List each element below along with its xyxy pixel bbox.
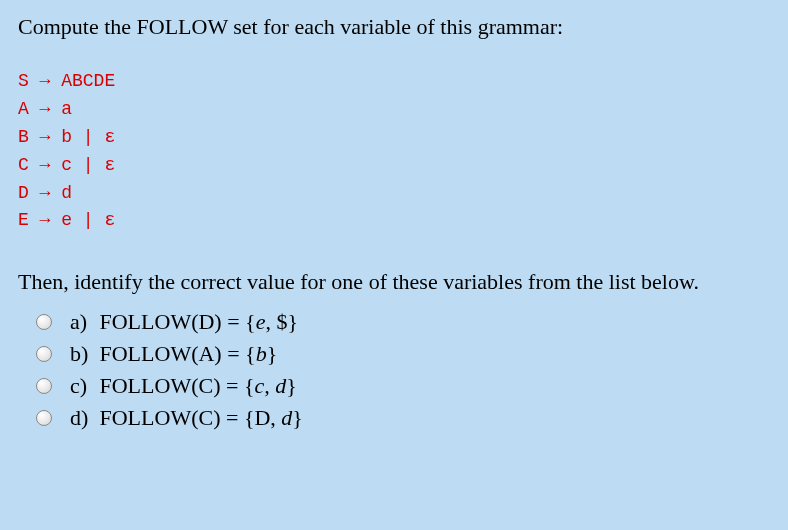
option-text: b) FOLLOW(A) = {b}: [70, 341, 277, 367]
option-text: d) FOLLOW(C) = {D, d}: [70, 405, 303, 431]
grammar-line: D → d: [18, 183, 72, 203]
option-d[interactable]: d) FOLLOW(C) = {D, d}: [36, 405, 770, 431]
option-after: , $}: [265, 309, 298, 334]
grammar-line: C → c | ε: [18, 155, 115, 175]
grammar-line: A → a: [18, 99, 72, 119]
option-letter: b): [70, 341, 94, 367]
option-italic: e: [256, 309, 266, 334]
option-letter: d): [70, 405, 94, 431]
option-before: FOLLOW(C) = {: [100, 373, 255, 398]
option-letter: a): [70, 309, 94, 335]
option-italic: c, d: [254, 373, 286, 398]
grammar-line: B → b | ε: [18, 127, 115, 147]
grammar-line: S → ABCDE: [18, 71, 115, 91]
option-text: c) FOLLOW(C) = {c, d}: [70, 373, 297, 399]
question-intro: Compute the FOLLOW set for each variable…: [18, 14, 770, 40]
radio-icon[interactable]: [36, 314, 52, 330]
option-before: FOLLOW(D) = {: [100, 309, 256, 334]
option-before: FOLLOW(C) = {D,: [100, 405, 282, 430]
option-after: }: [292, 405, 303, 430]
option-a[interactable]: a) FOLLOW(D) = {e, $}: [36, 309, 770, 335]
option-text: a) FOLLOW(D) = {e, $}: [70, 309, 298, 335]
option-after: }: [267, 341, 278, 366]
option-c[interactable]: c) FOLLOW(C) = {c, d}: [36, 373, 770, 399]
radio-icon[interactable]: [36, 378, 52, 394]
question-followup: Then, identify the correct value for one…: [18, 267, 770, 297]
grammar-line: E → e | ε: [18, 210, 115, 230]
option-letter: c): [70, 373, 94, 399]
option-b[interactable]: b) FOLLOW(A) = {b}: [36, 341, 770, 367]
option-italic: b: [256, 341, 267, 366]
options-list: a) FOLLOW(D) = {e, $} b) FOLLOW(A) = {b}…: [18, 309, 770, 431]
option-italic: d: [281, 405, 292, 430]
radio-icon[interactable]: [36, 410, 52, 426]
option-before: FOLLOW(A) = {: [100, 341, 256, 366]
radio-icon[interactable]: [36, 346, 52, 362]
option-after: }: [286, 373, 297, 398]
grammar-block: S → ABCDE A → a B → b | ε C → c | ε D → …: [18, 68, 770, 235]
